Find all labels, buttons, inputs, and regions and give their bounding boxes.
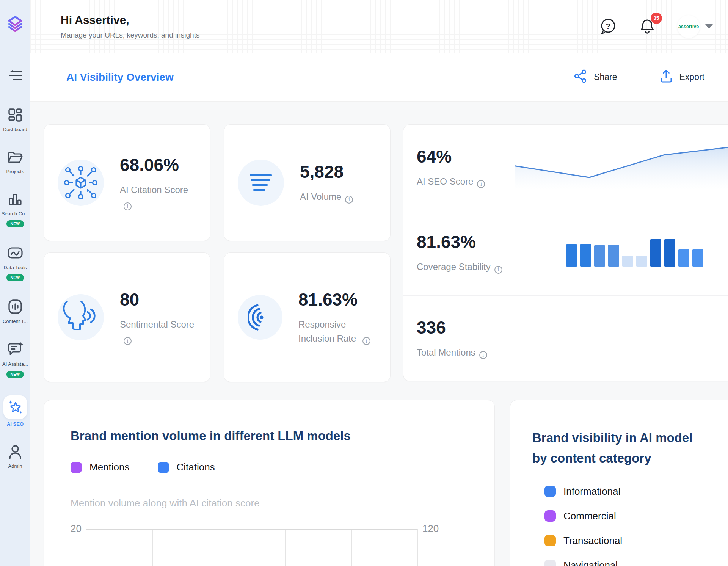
category-legend: Informational Commercial Transactional N…	[544, 486, 728, 566]
export-button[interactable]: Export	[660, 69, 704, 85]
llm-chart-legend: Mentions Citations	[71, 461, 494, 473]
legend-item-transactional: Transactional	[544, 535, 728, 547]
user-menu[interactable]: assertive	[677, 15, 713, 38]
chart-title: Brand mention volume in different LLM mo…	[71, 429, 494, 443]
x-axis-start-tick: 20	[71, 523, 82, 535]
summary-panel: 64% AI SEO Scorei	[403, 124, 728, 381]
bar-chart-icon	[8, 192, 23, 209]
sidebar-item-data-tools[interactable]: Data Tools NEW	[0, 245, 30, 281]
stat-cards-grid: 68.06% AI Citation Scorei	[44, 124, 391, 382]
commercial-swatch	[544, 510, 556, 522]
coverage-bar	[622, 256, 633, 267]
panel-section-coverage-stability: 81.63% Coverage Stabilityi	[403, 210, 728, 296]
export-button-label: Export	[679, 72, 704, 82]
share-button[interactable]: Share	[574, 69, 617, 85]
coverage-stability-bars	[566, 239, 703, 267]
citations-swatch	[158, 462, 169, 473]
legend-item-commercial: Commercial	[544, 510, 728, 522]
info-icon[interactable]: i	[494, 266, 502, 274]
info-icon[interactable]: i	[345, 196, 353, 204]
dashboard-content: 68.06% AI Citation Scorei	[30, 102, 728, 566]
sidebar-item-ai-seo[interactable]: AI SEO	[0, 395, 30, 427]
radar-icon	[238, 295, 282, 340]
page-header: Hi Assertive, Manage your URLs, keywords…	[30, 0, 728, 53]
legend-item-mentions: Mentions	[71, 461, 130, 473]
app-logo-icon	[5, 14, 26, 36]
page-title: AI Visibility Overview	[66, 71, 174, 83]
greeting-title: Hi Assertive,	[61, 14, 199, 27]
ai-seo-score-sparkline	[515, 140, 728, 190]
new-badge: NEW	[6, 220, 24, 227]
header-actions: ? 35 assertive	[599, 15, 713, 38]
svg-text:?: ?	[606, 22, 611, 30]
citation-network-icon	[58, 160, 104, 206]
coverage-bar	[664, 239, 675, 267]
charts-row: Brand mention volume in different LLM mo…	[44, 400, 728, 566]
stat-card-ai-volume: 5,828 AI Volumei	[224, 124, 391, 241]
sidebar-item-label: Dashboard	[3, 127, 27, 132]
sidebar-item-label: Content T...	[3, 318, 28, 324]
stat-value: 81.63%	[298, 289, 377, 310]
info-icon[interactable]: i	[479, 351, 487, 359]
coverage-bar	[594, 245, 605, 267]
legend-item-informational: Informational	[544, 486, 728, 497]
volume-lines-icon	[238, 160, 284, 206]
share-icon	[574, 69, 587, 85]
panel-section-total-mentions: 336 Total Mentionsi	[403, 295, 728, 381]
avatar: assertive	[677, 15, 700, 38]
llm-chart-plot-area	[86, 529, 418, 566]
stat-value: 81.63%	[417, 232, 515, 252]
stat-card-responsive-inclusion-rate: 81.63% Responsive Inclusion Rate i	[224, 252, 391, 382]
navigational-swatch	[544, 560, 556, 566]
toolbar-actions: Share Export	[574, 69, 704, 85]
share-button-label: Share	[594, 72, 617, 82]
main-area: Hi Assertive, Manage your URLs, keywords…	[30, 0, 728, 566]
informational-swatch	[544, 486, 556, 497]
content-levels-icon	[7, 299, 23, 316]
info-icon[interactable]: i	[362, 337, 370, 345]
sidebar: Dashboard Projects Search Co... NEW	[0, 0, 30, 566]
info-icon[interactable]: i	[124, 202, 132, 210]
llm-chart-plot-row: 20 120	[71, 529, 494, 566]
sidebar-item-projects[interactable]: Projects	[0, 150, 30, 174]
export-icon	[660, 69, 673, 85]
notification-count-badge: 35	[651, 13, 662, 24]
coverage-bar	[650, 239, 661, 267]
sidebar-item-admin[interactable]: Admin	[0, 444, 30, 469]
sidebar-item-label: AI SEO	[7, 421, 24, 427]
sidebar-item-ai-assistant[interactable]: AI Assista... NEW	[0, 342, 30, 378]
coverage-bar	[636, 256, 647, 267]
greeting-block: Hi Assertive, Manage your URLs, keywords…	[61, 14, 199, 39]
ai-seo-star-icon	[3, 395, 27, 419]
stat-value: 68.06%	[120, 155, 196, 175]
sidebar-collapse-icon[interactable]	[8, 70, 22, 83]
coverage-bar	[566, 244, 577, 267]
help-icon[interactable]: ?	[599, 17, 617, 36]
category-visibility-chart-card: Brand visibility in AI model by content …	[510, 400, 728, 566]
stat-card-sentimental-score: 80 Sentimental Scorei	[44, 252, 210, 382]
sparkline-area	[515, 147, 728, 190]
sidebar-item-search-console[interactable]: Search Co... NEW	[0, 192, 30, 227]
x-axis-end-tick: 120	[422, 523, 439, 535]
info-icon[interactable]: i	[477, 180, 485, 188]
notifications-bell-icon[interactable]: 35	[639, 17, 656, 36]
stat-value: 80	[120, 289, 196, 310]
stat-label: Coverage Stabilityi	[417, 260, 515, 274]
sidebar-item-label: Projects	[6, 169, 24, 174]
sidebar-item-dashboard[interactable]: Dashboard	[0, 108, 30, 132]
mentions-swatch	[71, 462, 82, 473]
info-icon[interactable]: i	[124, 337, 132, 345]
sidebar-item-label: Search Co...	[2, 211, 29, 216]
new-badge: NEW	[6, 274, 24, 281]
stat-value: 64%	[417, 146, 515, 167]
stat-value: 336	[417, 317, 515, 338]
legend-item-citations: Citations	[158, 461, 215, 473]
chart-title: Brand visibility in AI model by content …	[532, 428, 728, 469]
panel-section-ai-seo-score: 64% AI SEO Scorei	[403, 125, 728, 210]
stat-label: Responsive Inclusion Rate i	[298, 317, 377, 345]
chat-sparkle-icon	[7, 342, 24, 359]
chart-subtitle: Mention volume along with AI citation sc…	[71, 497, 494, 509]
transactional-swatch	[544, 535, 556, 546]
sidebar-item-content-tools[interactable]: Content T...	[0, 299, 30, 324]
trend-box-icon	[7, 245, 23, 262]
